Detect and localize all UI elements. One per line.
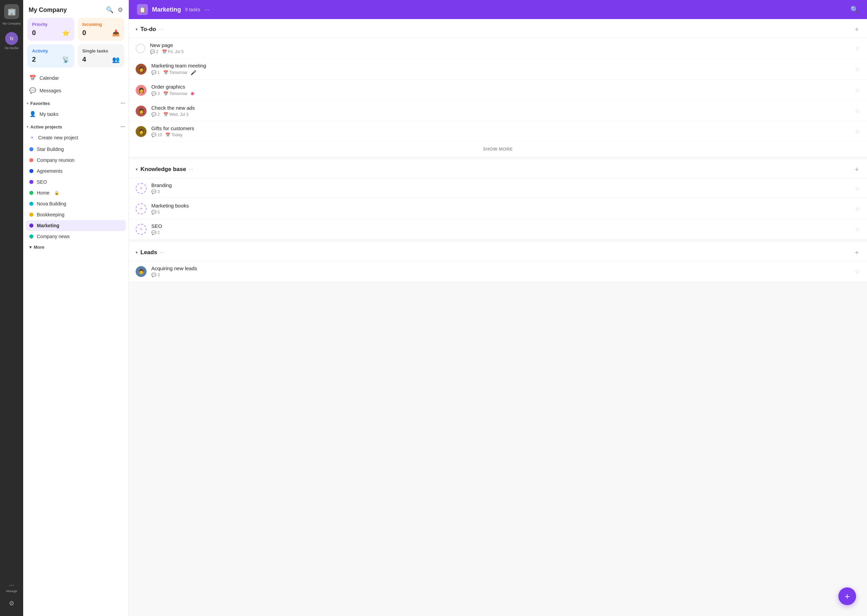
priority-label: Priority — [32, 22, 69, 27]
project-item-nova-building[interactable]: Nova Building — [26, 198, 126, 209]
project-item-seo[interactable]: SEO — [26, 176, 126, 187]
favorites-chevron-icon[interactable]: ▾ — [27, 102, 28, 105]
task-title-ads: Check the new ads — [151, 105, 855, 111]
calendar-icon: 📅 — [165, 132, 170, 137]
project-item-company-news[interactable]: Company news — [26, 231, 126, 242]
app-logo[interactable]: 🏢 — [4, 4, 19, 19]
kb-more-button[interactable]: ··· — [189, 166, 193, 173]
task-star-meeting[interactable]: ☆ — [855, 65, 860, 73]
task-star-branding[interactable]: ☆ — [855, 185, 860, 192]
task-star-seo[interactable]: ☆ — [855, 226, 860, 233]
leads-chevron-icon[interactable]: ▾ — [135, 250, 138, 255]
my-tasks-icon: 👤 — [29, 111, 36, 117]
task-meta-branding: 💬 3 — [151, 189, 855, 194]
todo-more-button[interactable]: ··· — [159, 26, 163, 32]
task-row[interactable]: ＋ Branding 💬 3 ☆ — [129, 178, 867, 199]
calendar-icon: 📅 — [29, 75, 36, 81]
kb-add-button[interactable]: ＋ — [853, 165, 860, 174]
sidebar-header: My Company 🔍 ⚙ — [23, 0, 129, 18]
project-dot-company-reunion — [29, 158, 33, 162]
task-content-seo: SEO 💬 2 — [151, 223, 855, 235]
project-item-company-reunion[interactable]: Company reunion — [26, 155, 126, 166]
leads-more-button[interactable]: ··· — [160, 250, 164, 256]
active-projects-more-button[interactable]: ··· — [121, 124, 125, 130]
task-star-new-page[interactable]: ☆ — [855, 45, 860, 52]
project-more-button[interactable]: ··· — [204, 6, 209, 13]
more-section[interactable]: ▾ More — [23, 242, 129, 253]
task-row[interactable]: 👩 Gifts for customers 💬 10 📅 Today — [129, 121, 867, 142]
show-more-button[interactable]: SHOW MORE — [129, 142, 867, 156]
task-row[interactable]: ＋ Marketing books 💬 5 ☆ — [129, 199, 867, 219]
task-star-graphics[interactable]: ☆ — [855, 86, 860, 94]
project-item-marketing[interactable]: Marketing — [26, 220, 126, 231]
task-row[interactable]: 👩 Marketing team meeting 💬 1 📅 Tomorrow … — [129, 58, 867, 80]
task-row[interactable]: New page 💬 2 📅 Fri, Jul 5 ☆ — [129, 38, 867, 58]
active-projects-chevron-icon[interactable]: ▾ — [27, 125, 28, 129]
manage-button[interactable]: ··· Manage — [6, 580, 17, 595]
project-item-home[interactable]: Home 🔒 — [26, 187, 126, 198]
calendar-label: Calendar — [39, 75, 59, 81]
activity-signal-icon: 📡 — [62, 56, 69, 63]
project-label-company-news: Company news — [37, 234, 70, 239]
leads-section: ▾ Leads ··· ＋ 👨 Acquiring new leads 💬 3 — [129, 242, 867, 282]
my-nozbe-avatar[interactable]: N — [5, 32, 18, 45]
project-item-star-building[interactable]: Star Building — [26, 144, 126, 155]
gear-icon[interactable]: ⚙ — [118, 6, 123, 14]
messages-label: Messages — [39, 88, 61, 93]
task-meta-mbooks: 💬 5 — [151, 210, 855, 215]
project-dot-home — [29, 191, 33, 195]
task-meta-seo: 💬 2 — [151, 230, 855, 235]
task-row[interactable]: 👩 Check the new ads 💬 2 📅 Wed, Jul 3 — [129, 101, 867, 121]
task-avatar-placeholder-branding: ＋ — [135, 183, 146, 194]
task-row[interactable]: 👨 Acquiring new leads 💬 3 ☆ — [129, 261, 867, 282]
messages-icon: 💬 — [29, 87, 36, 94]
priority-star-icon: ⭐ — [62, 29, 69, 37]
knowledge-base-section: ▾ Knowledge base ··· ＋ ＋ Branding 💬 3 — [129, 159, 867, 239]
fab-add-button[interactable]: + — [839, 588, 856, 605]
leads-add-button[interactable]: ＋ — [853, 248, 860, 257]
leads-section-header: ▾ Leads ··· ＋ — [129, 242, 867, 261]
todo-chevron-icon[interactable]: ▾ — [135, 27, 138, 32]
activity-card[interactable]: Activity 2 📡 — [27, 44, 74, 68]
task-star-leads[interactable]: ☆ — [855, 268, 860, 275]
my-tasks-label: My tasks — [39, 112, 58, 117]
comment-icon: 💬 — [151, 91, 156, 96]
task-row[interactable]: 👩 Order graphics 💬 3 📅 Tomorrow ❋ — [129, 80, 867, 101]
task-star-gifts[interactable]: ☆ — [855, 128, 860, 135]
single-tasks-card[interactable]: Single tasks 4 👥 — [78, 44, 125, 68]
project-label-star-building: Star Building — [37, 146, 64, 152]
main-header: 📋 Marketing 9 tasks ··· 🔍 — [129, 0, 867, 19]
project-task-count: 9 tasks — [185, 7, 200, 12]
task-star-mbooks[interactable]: ☆ — [855, 205, 860, 212]
project-item-agreements[interactable]: Agreements — [26, 166, 126, 176]
task-avatar-placeholder-mbooks: ＋ — [135, 203, 146, 214]
single-tasks-label: Single tasks — [82, 49, 120, 53]
todo-add-button[interactable]: ＋ — [853, 25, 860, 34]
main-search-icon[interactable]: 🔍 — [850, 5, 859, 14]
task-checkbox-new-page[interactable] — [135, 44, 145, 53]
project-item-bookkeeping[interactable]: Bookkeeping — [26, 209, 126, 220]
calendar-nav-item[interactable]: 📅 Calendar — [26, 72, 126, 84]
project-dot-agreements — [29, 169, 33, 173]
messages-nav-item[interactable]: 💬 Messages — [26, 84, 126, 97]
priority-card[interactable]: Priority 0 ⭐ — [27, 18, 74, 41]
create-project-label: Create new project — [38, 135, 79, 140]
incoming-card[interactable]: Incoming 0 📥 — [78, 18, 125, 41]
kb-chevron-icon[interactable]: ▾ — [135, 167, 138, 172]
task-avatar-graphics: 👩 — [135, 85, 146, 96]
settings-button[interactable]: ⚙ — [9, 597, 14, 609]
task-meta-meeting: 💬 1 📅 Tomorrow 🎤 — [151, 70, 855, 75]
task-star-ads[interactable]: ☆ — [855, 107, 860, 115]
create-project-item[interactable]: ＋ Create new project — [26, 131, 126, 144]
task-avatar-gifts: 👩 — [135, 126, 146, 137]
favorites-more-button[interactable]: ··· — [121, 100, 125, 106]
search-icon[interactable]: 🔍 — [106, 6, 113, 14]
sidebar-header-icons: 🔍 ⚙ — [106, 6, 123, 14]
task-row[interactable]: ＋ SEO 💬 2 ☆ — [129, 219, 867, 239]
task-content-gifts: Gifts for customers 💬 10 📅 Today — [151, 126, 855, 137]
task-avatar-placeholder-seo: ＋ — [135, 224, 146, 235]
task-special-badge-graphics: ❋ — [190, 91, 195, 96]
sidebar: My Company 🔍 ⚙ Priority 0 ⭐ Incoming 0 📥 — [23, 0, 129, 616]
my-tasks-item[interactable]: 👤 My tasks — [26, 108, 126, 120]
single-tasks-icon: 👥 — [112, 56, 120, 63]
